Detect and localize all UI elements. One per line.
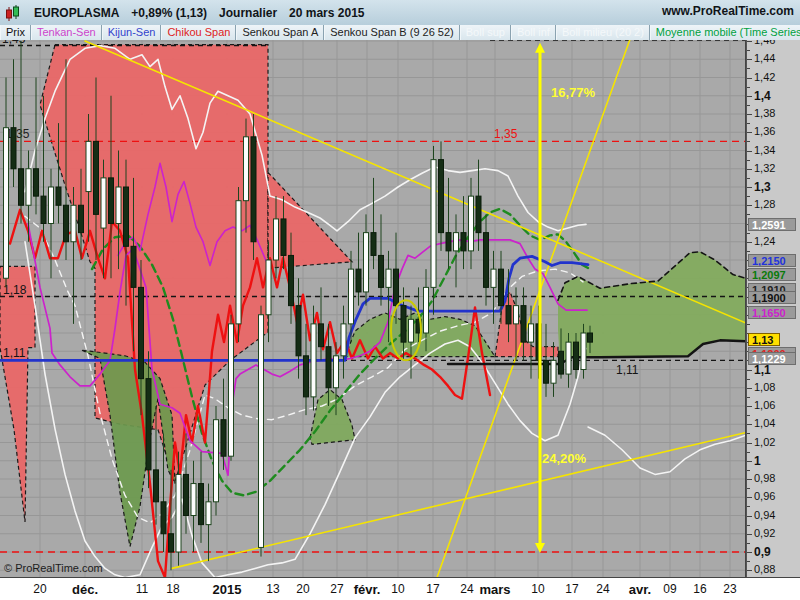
axis-tick [747,78,752,79]
axis-tick [747,552,752,553]
time-tick-label: 24 [596,582,609,596]
price-badge-1_1900: 1,1900 [748,291,796,304]
indicator-button-senkou-a[interactable]: Senkou Span A [236,25,324,40]
price-axis[interactable]: 1,461,441,421,41,381,361,341,321,31,281,… [746,25,800,577]
time-tick-label: 10 [391,582,404,596]
hline-label: 1,35 [6,127,30,141]
indicator-button-senkou-b[interactable]: Senkou Span B (9 26 52) [324,25,460,40]
indicator-button-kijun[interactable]: Kijun-Sen [102,25,162,40]
title-bar: EUROPLASMA +0,89% (1,13) Journalier 20 m… [0,0,800,26]
axis-tick [747,242,752,243]
percent-label: 16,77% [551,85,596,100]
price-tick-label: 1,02 [754,436,775,448]
axis-tick [747,506,750,507]
axis-tick [747,443,752,444]
price-chart[interactable]: 1,451,461,351,351,181,111,1116,77%24,20% [0,0,746,577]
time-tick-label: 23 [723,582,736,596]
axis-tick [747,233,750,234]
daily-change: +0,89% (1,13) [131,6,207,20]
indicator-button-boll-mid[interactable]: Boll milieu (20 2) [556,25,650,40]
indicator-button-chikou[interactable]: Chikou Span [161,25,236,40]
axis-tick [747,543,750,544]
axis-tick [747,452,750,453]
axis-tick [747,397,750,398]
price-tick-label: 0,9 [754,545,771,559]
indicator-button-tenkan[interactable]: Tenkan-Sen [31,25,102,40]
axis-tick [747,479,752,480]
axis-tick [747,178,750,179]
axis-tick [747,41,752,42]
price-tick-label: 1,32 [754,162,775,174]
price-tick-label: 1,3 [754,180,771,194]
price-tick-label: 0,94 [754,509,775,521]
time-axis[interactable]: 20déc.11182015132027févr.101724mars10172… [0,577,800,600]
indicator-button-mm[interactable]: Moyenne mobile (Time Series 52) [650,25,800,40]
axis-tick [747,105,750,106]
candlestick-icon [4,4,22,22]
time-tick-label: févr. [354,582,381,597]
time-tick-label: 17 [426,582,439,596]
axis-tick [747,470,750,471]
time-tick-label: 16 [693,582,706,596]
axis-tick [747,160,750,161]
axis-tick [747,497,752,498]
hline-label: 1,11 [616,363,639,377]
time-tick-label: 13 [266,582,279,596]
indicator-button-prix[interactable]: Prix [0,25,31,40]
axis-tick [747,187,752,188]
time-tick-label: 24 [460,582,473,596]
axis-tick [747,114,752,115]
watermark: © ProRealTime.com [4,562,103,574]
price-tick-label: 1,06 [754,399,775,411]
price-tick-label: 0,88 [754,563,775,575]
axis-tick [747,251,750,252]
price-badge-1_1650: 1,1650 [748,306,796,319]
time-tick-label: 20 [33,582,46,596]
price-tick-label: 1 [754,454,761,468]
axis-tick [747,570,752,571]
time-tick-label: déc. [72,582,98,597]
indicator-button-boll-sup[interactable]: Boll sup [460,25,511,40]
price-tick-label: 0,96 [754,490,775,502]
proealtime-window: { "title_bar": { "symbol": "EUROPLASMA",… [0,0,800,600]
price-tick-label: 1,42 [754,71,775,83]
cursor-date: 20 mars 2015 [289,6,364,20]
axis-tick [747,525,750,526]
axis-tick [747,151,752,152]
time-tick-label: avr. [629,582,651,597]
axis-tick [747,433,750,434]
site-link[interactable]: www.ProRealTime.com [662,4,794,18]
axis-tick [747,96,752,97]
axis-tick [747,87,750,88]
indicator-button-boll-inf[interactable]: Boll inf [511,25,556,40]
axis-tick [747,59,752,60]
time-tick-label: mars [479,582,510,597]
price-badge-1_1229: 1,1229 [748,352,796,365]
price-badge-1_2097: 1,2097 [748,268,796,281]
price-badge-1_2150: 1,2150 [748,254,796,267]
axis-tick [747,370,752,371]
axis-tick [747,561,750,562]
time-tick-label: 18 [166,582,179,596]
hline-label: 1,35 [494,127,518,141]
time-tick-label: 2015 [213,582,242,597]
axis-tick [747,50,750,51]
hline-label: 1,18 [3,283,27,297]
price-tick-label: 1,34 [754,144,775,156]
hline-label: 1,11 [3,346,26,360]
price-tick-label: 1,04 [754,417,775,429]
axis-tick [747,205,752,206]
price-tick-label: 1,24 [754,235,775,247]
time-tick-label: 17 [565,582,578,596]
time-tick-label: 27 [330,582,343,596]
axis-tick [747,461,752,462]
time-tick-label: 11 [136,582,148,596]
axis-tick [747,415,750,416]
price-tick-label: 1,08 [754,381,775,393]
percent-label: 24,20% [542,451,587,466]
timeframe-label: Journalier [219,6,277,20]
axis-tick [747,196,750,197]
price-badge-1_2591: 1,2591 [748,218,796,231]
symbol-name: EUROPLASMA [34,6,119,20]
axis-tick [747,68,750,69]
